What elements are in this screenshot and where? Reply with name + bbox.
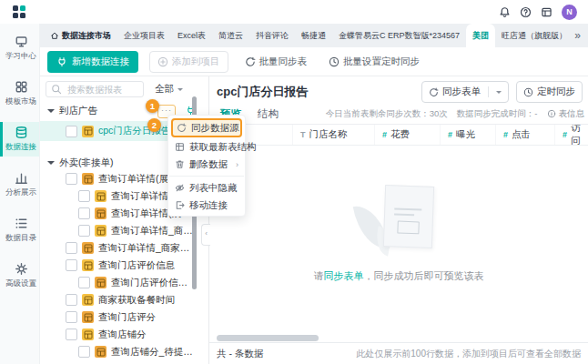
sidebar-item-analysis[interactable]: 分析展示 bbox=[0, 167, 39, 202]
tree-item-checkbox[interactable] bbox=[78, 207, 90, 219]
menu-item-move-connection[interactable]: 移动连接 bbox=[168, 197, 245, 214]
table-icon bbox=[82, 259, 94, 271]
settings-icon bbox=[15, 262, 28, 276]
sidebar-item-label: 模板市场 bbox=[5, 96, 36, 107]
tree-item[interactable]: 查询门店评分 bbox=[40, 308, 208, 326]
tree-item-checkbox[interactable] bbox=[78, 346, 90, 358]
tree-item[interactable]: 商家获取备餐时间 bbox=[40, 291, 208, 308]
connection-tab-label: 美团 bbox=[472, 30, 489, 42]
main-panel: cpc门店分日报告 同步表单 定时同步 预览 结构 今日当前表剩余同步次数：30… bbox=[209, 76, 588, 364]
connection-tab[interactable]: Excel表 bbox=[171, 24, 212, 47]
tree-item-label: 查询门店评价信息 bbox=[98, 259, 175, 272]
empty-illustration bbox=[353, 184, 444, 257]
sidebar-item-label: 高级设置 bbox=[5, 278, 36, 289]
sidebar-item-catalog[interactable]: 数据目录 bbox=[0, 213, 39, 248]
tree-item[interactable]: 查询店铺分 bbox=[40, 326, 208, 343]
sidebar-item-learn[interactable]: 学习中心 bbox=[0, 31, 39, 66]
tree-item[interactable]: 查询店铺分_待提升项 bbox=[40, 343, 208, 360]
connection-tab[interactable]: 简道云 bbox=[212, 24, 249, 47]
tree-item[interactable]: 查询订单详情_商家对账信息... bbox=[40, 222, 208, 239]
connection-tab-label: 抖音评论 bbox=[256, 30, 289, 42]
tree-item-checkbox[interactable] bbox=[78, 225, 90, 237]
empty-state: 请同步表单，同步成功后即可预览该表 bbox=[209, 184, 588, 283]
notification-bell-icon[interactable] bbox=[499, 6, 511, 18]
sync-complete-text: 数据同步完成时间：- bbox=[457, 108, 538, 120]
connection-tab[interactable]: 数据连接市场 bbox=[44, 24, 117, 47]
sync-form-link[interactable]: 同步表单 bbox=[324, 270, 364, 281]
table-column-header[interactable]: #花费 bbox=[375, 125, 441, 145]
column-label: 访问 bbox=[571, 125, 588, 145]
connection-tab[interactable]: 抖音评论 bbox=[249, 24, 295, 47]
page-title: cpc门店分日报告 bbox=[217, 84, 308, 100]
connection-tab[interactable]: 企业项目表 bbox=[117, 24, 171, 47]
table-icon bbox=[95, 207, 106, 219]
tree-item-checkbox[interactable] bbox=[66, 173, 77, 185]
app-logo-icon[interactable] bbox=[13, 5, 25, 18]
tree-item-checkbox[interactable] bbox=[66, 242, 77, 254]
type-filter-dropdown[interactable]: 全部 bbox=[155, 83, 183, 96]
table-column-header[interactable]: #点击 bbox=[496, 125, 555, 145]
info-icon bbox=[547, 109, 556, 118]
schedule-sync-button[interactable]: 定时同步 bbox=[516, 81, 583, 103]
number-type-icon: # bbox=[563, 130, 567, 139]
connection-tab-label: 旺店通（旗舰版） bbox=[502, 30, 567, 42]
tab-structure[interactable]: 结构 bbox=[258, 107, 279, 121]
tree-item-checkbox[interactable] bbox=[66, 294, 77, 306]
menu-item-label: 列表中隐藏 bbox=[189, 182, 238, 195]
horizontal-scrollbar[interactable] bbox=[217, 335, 319, 341]
avatar[interactable]: N bbox=[562, 5, 577, 20]
refresh-icon bbox=[245, 56, 256, 67]
sidebar-item-market[interactable]: 模板市场 bbox=[0, 76, 39, 111]
tabs-overflow-chevron-icon[interactable]: » bbox=[574, 30, 581, 41]
menu-item-label: 删除数据 bbox=[189, 158, 228, 171]
number-type-icon: # bbox=[448, 130, 452, 139]
empty-hint: 请同步表单，同步成功后即可预览该表 bbox=[209, 269, 588, 283]
workbench-icon[interactable] bbox=[541, 6, 553, 18]
sidebar-item-settings[interactable]: 高级设置 bbox=[0, 258, 39, 293]
connection-tab[interactable]: 畅捷通 bbox=[295, 24, 332, 47]
add-to-project-button[interactable]: 添加到项目 bbox=[149, 51, 228, 73]
tree-item[interactable]: 查询门店评价信息_订单信息 bbox=[40, 274, 208, 291]
tree-item-label: 查询门店评价信息_订单信息 bbox=[111, 277, 194, 289]
eye-off-icon bbox=[175, 183, 185, 193]
menu-item-hide-in-list[interactable]: 列表中隐藏 bbox=[168, 179, 245, 197]
search-icon bbox=[51, 84, 62, 95]
batch-schedule-button[interactable]: 批量设置定时同步 bbox=[323, 51, 425, 73]
clock-icon bbox=[523, 87, 533, 97]
tree-item-checkbox[interactable] bbox=[66, 126, 77, 137]
tree-item[interactable]: 查询门店评价信息 bbox=[40, 257, 208, 274]
sync-table-button[interactable]: 同步表单 bbox=[421, 81, 509, 103]
panel-collapse-handle[interactable]: ‹ bbox=[201, 224, 210, 246]
table-column-header[interactable]: #访问 bbox=[555, 125, 588, 145]
tree-item-checkbox[interactable] bbox=[78, 277, 90, 288]
connection-tab[interactable]: 美团 bbox=[466, 24, 495, 47]
sync-dropdown-caret-icon[interactable] bbox=[496, 91, 502, 96]
analysis-icon bbox=[15, 171, 28, 185]
help-icon[interactable] bbox=[520, 6, 532, 18]
new-connection-button[interactable]: 新增数据连接 bbox=[47, 51, 138, 73]
tree-item[interactable]: 查询订单详情_商家对账信息... bbox=[40, 239, 208, 257]
sidebar-item-connect[interactable]: 数据连接 bbox=[0, 122, 39, 157]
connection-tab[interactable]: 旺店通（旗舰版） bbox=[495, 24, 573, 47]
table-info-link[interactable]: 表信息 bbox=[547, 108, 585, 120]
menu-item-get-latest-structure[interactable]: 获取最新表结构 bbox=[168, 138, 245, 156]
tree-item-checkbox[interactable] bbox=[78, 190, 90, 202]
menu-item-sync-datasource[interactable]: 同步数据源 bbox=[171, 118, 242, 137]
connection-tab-label: 简道云 bbox=[218, 30, 243, 42]
table-icon bbox=[82, 126, 94, 137]
connection-tab[interactable]: 金蝶管易云C ERP数智版*234567 bbox=[332, 24, 466, 47]
search-input[interactable] bbox=[66, 84, 138, 96]
tree-item-checkbox[interactable] bbox=[66, 259, 77, 271]
connection-source-tabs: 数据连接市场企业项目表Excel表简道云抖音评论畅捷通金蝶管易云C ERP数智版… bbox=[40, 24, 588, 47]
sidebar: 学习中心模板市场数据连接分析展示数据目录高级设置 bbox=[0, 24, 40, 364]
menu-item-delete-data[interactable]: 删除数据› bbox=[168, 156, 245, 173]
table-column-header[interactable]: #曝光 bbox=[441, 125, 496, 145]
row-count: 共 - 条数据 bbox=[217, 348, 263, 360]
market-icon bbox=[15, 80, 28, 94]
table-column-header[interactable]: T门店名称 bbox=[293, 125, 375, 145]
tree-item-checkbox[interactable] bbox=[66, 311, 77, 323]
preview-limit-note: 此处仅展示前100行数据，添加到项目后可查看全部数据 bbox=[356, 348, 581, 360]
tree-item-checkbox[interactable] bbox=[66, 329, 77, 340]
filter-label: 全部 bbox=[155, 83, 174, 96]
batch-sync-button[interactable]: 批量同步表 bbox=[239, 51, 313, 73]
